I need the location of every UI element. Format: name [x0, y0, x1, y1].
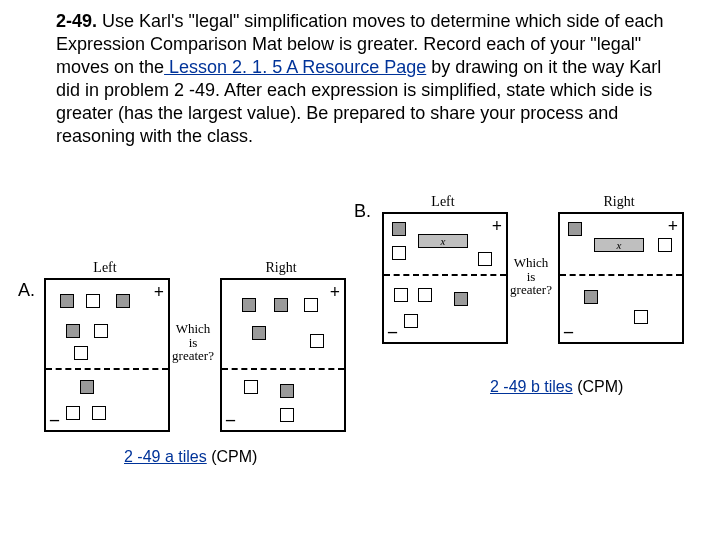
resource-page-link[interactable]: Lesson 2. 1. 5 A Resource Page: [164, 57, 426, 77]
tile: [304, 298, 318, 312]
link-b-wrapper: 2 -49 b tiles (CPM): [490, 378, 623, 396]
matB-left: + – x: [382, 212, 508, 344]
link-b-suffix: (CPM): [573, 378, 624, 395]
link-a[interactable]: 2 -49 a tiles: [124, 448, 207, 465]
x-tile: x: [594, 238, 644, 252]
matB-left-divider: [384, 274, 506, 276]
tile: [454, 292, 468, 306]
plus-sign: +: [668, 216, 678, 237]
minus-sign: –: [50, 409, 59, 430]
tile: [584, 290, 598, 304]
tile: [634, 310, 648, 324]
matB-right-group: Right + – x: [558, 194, 684, 344]
matA-left-group: Left + –: [44, 260, 170, 432]
tile: [86, 294, 100, 308]
part-a-label: A.: [18, 280, 35, 301]
matA-right-divider: [222, 368, 344, 370]
tile: [568, 222, 582, 236]
between-a: Which is greater?: [170, 322, 216, 363]
matB-right-divider: [560, 274, 682, 276]
matA-left-title: Left: [44, 260, 166, 276]
plus-sign: +: [492, 216, 502, 237]
tile: [392, 246, 406, 260]
tile: [280, 408, 294, 422]
matB-left-title: Left: [382, 194, 504, 210]
problem-instructions: 2-49. Use Karl's "legal" simplification …: [56, 10, 676, 148]
part-b-label: B.: [354, 201, 371, 222]
tile: [60, 294, 74, 308]
matA-right: + –: [220, 278, 346, 432]
matA-right-group: Right + –: [220, 260, 346, 432]
x-tile: x: [418, 234, 468, 248]
tile: [252, 326, 266, 340]
tile: [274, 298, 288, 312]
tile: [66, 324, 80, 338]
matA-left-divider: [46, 368, 168, 370]
tile: [418, 288, 432, 302]
link-a-wrapper: 2 -49 a tiles (CPM): [124, 448, 257, 466]
matB-left-group: Left + – x: [382, 194, 508, 344]
between-b: Which is greater?: [508, 256, 554, 297]
matA-left: + –: [44, 278, 170, 432]
tile: [94, 324, 108, 338]
minus-sign: –: [564, 321, 573, 342]
tile: [66, 406, 80, 420]
tile: [244, 380, 258, 394]
matA-right-title: Right: [220, 260, 342, 276]
tile: [280, 384, 294, 398]
tile: [392, 222, 406, 236]
tile: [92, 406, 106, 420]
tile: [310, 334, 324, 348]
link-b[interactable]: 2 -49 b tiles: [490, 378, 573, 395]
tile: [478, 252, 492, 266]
matB-right-title: Right: [558, 194, 680, 210]
minus-sign: –: [388, 321, 397, 342]
tile: [74, 346, 88, 360]
matB-right: + – x: [558, 212, 684, 344]
tile: [116, 294, 130, 308]
tile: [242, 298, 256, 312]
tile: [80, 380, 94, 394]
plus-sign: +: [154, 282, 164, 303]
tile: [394, 288, 408, 302]
plus-sign: +: [330, 282, 340, 303]
tile: [658, 238, 672, 252]
problem-number: 2-49.: [56, 11, 97, 31]
tile: [404, 314, 418, 328]
link-a-suffix: (CPM): [207, 448, 258, 465]
minus-sign: –: [226, 409, 235, 430]
